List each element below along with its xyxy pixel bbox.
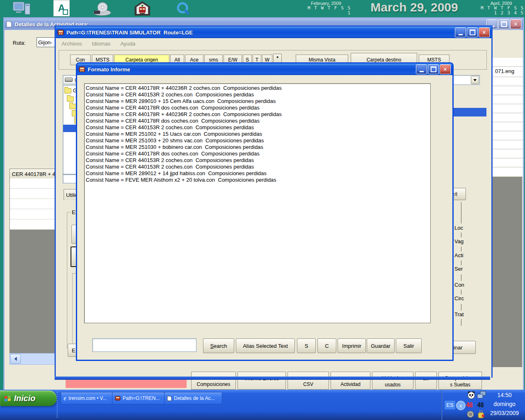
report-line[interactable]: Consist Name = MER 251030 + bobinero car…: [84, 144, 430, 151]
report-line[interactable]: Consist Name = MER 289010 + 15 Cem Alfa …: [84, 98, 430, 105]
search-input[interactable]: [92, 338, 196, 352]
table-row[interactable]: [492, 158, 523, 167]
search-rest: earch: [214, 343, 227, 349]
temperature-black[interactable]: 48: [477, 402, 484, 409]
tree-item[interactable]: G: [63, 87, 77, 94]
clock-date: 29/03/2009: [487, 410, 522, 416]
ruta-label: Ruta:: [13, 40, 25, 46]
salir-button[interactable]: Salir: [396, 338, 422, 353]
label-con: Con: [454, 282, 464, 288]
s-button[interactable]: S: [297, 338, 316, 353]
ie-icon: e: [64, 395, 66, 402]
calendar-feb-week: 1: [302, 11, 350, 16]
table-row[interactable]: [492, 95, 523, 104]
menu-idiomas[interactable]: Idiomas: [92, 41, 111, 47]
guardar-button[interactable]: Guardar: [367, 338, 395, 353]
power-tray-icon[interactable]: [477, 410, 485, 420]
train-home-icon[interactable]: [134, 1, 151, 17]
connector-line: [461, 304, 461, 310]
minimize-button[interactable]: [416, 64, 427, 74]
maximize-button[interactable]: [428, 64, 439, 74]
search-button[interactable]: Search: [203, 338, 234, 353]
table-row[interactable]: [492, 104, 523, 113]
scroll-left-button[interactable]: [10, 354, 21, 364]
table-row: 071.eng: [492, 67, 523, 77]
maximize-button[interactable]: [467, 27, 478, 37]
connector-line: [461, 274, 461, 281]
menu-ayuda[interactable]: Ayuda: [120, 41, 135, 47]
language-indicator[interactable]: ES: [445, 401, 455, 409]
imprimir-button[interactable]: Imprimir: [338, 338, 366, 353]
report-line[interactable]: Consist Name = MER 251002 + 15 Uacs car.…: [84, 131, 430, 137]
close-button[interactable]: ×: [510, 19, 521, 29]
c-button[interactable]: C: [317, 338, 336, 353]
taskbar-task-path[interactable]: Path=G:\TREN...: [112, 392, 164, 404]
combo-dropdown-button[interactable]: [471, 76, 479, 84]
report-line[interactable]: Consist Name = MER 289012 + 14 jjpd habi…: [84, 170, 430, 177]
dialog-titlebar: Formato Informe ×: [77, 64, 452, 75]
report-line[interactable]: Consist Name = CER 440153R 2 coches.con …: [84, 91, 430, 98]
dialog-title: Formato Informe: [88, 66, 130, 73]
maximize-button[interactable]: [498, 19, 509, 29]
table-row[interactable]: [492, 140, 523, 149]
table-row[interactable]: [492, 167, 523, 176]
taskbar-task-detalles[interactable]: Detalles de la Ac...: [164, 392, 222, 404]
document-icon: [167, 396, 172, 401]
tab-star[interactable]: *: [273, 54, 282, 63]
dvd-drive-icon[interactable]: [92, 1, 112, 17]
report-line[interactable]: Consist Name = CER 440178R dos coches.co…: [84, 151, 430, 157]
report-line[interactable]: Consist Name = CER 440153R 2 coches.con …: [84, 157, 430, 164]
panda-tray-icon[interactable]: [467, 390, 476, 401]
report-line[interactable]: Consist Name = CER 440178R + 440236R 2 c…: [84, 85, 430, 91]
report-line[interactable]: Consist Name = CER 440153R 2 coches.con …: [84, 164, 430, 170]
report-line[interactable]: Consist Name = CER 440178R dos coches.co…: [84, 118, 430, 124]
train-icon: [57, 29, 64, 36]
alias-selected-text-button[interactable]: Alias Selected Text: [236, 338, 295, 353]
task-label: Detalles de la Ac...: [174, 395, 215, 401]
path-title: Path=G:\TRENES\TRAIN SIMULATOR Route=LGE: [66, 30, 193, 36]
table-row[interactable]: [492, 131, 523, 140]
table-row[interactable]: [492, 86, 523, 95]
report-line[interactable]: Consist Name = CER 440178R + 440236R 2 c…: [84, 111, 430, 118]
connector-line: [461, 233, 461, 237]
folder-icon: [69, 104, 76, 109]
table-row[interactable]: [492, 77, 523, 86]
document-icon: [6, 21, 12, 27]
folder-icon: [64, 88, 71, 94]
clock-time: 14:50: [487, 392, 522, 398]
formato-informe-dialog: Formato Informe × Consist Name = CER 440…: [76, 62, 454, 361]
file-cell[interactable]: 071.eng: [495, 68, 514, 74]
table-row[interactable]: [492, 113, 523, 122]
temperature-red[interactable]: 48: [466, 402, 472, 409]
report-line[interactable]: Consist Name = MER 251003 + 20 shms vac.…: [84, 137, 430, 144]
folder-icon: [67, 96, 74, 102]
connector-line: [461, 202, 461, 224]
table-row[interactable]: [492, 149, 523, 158]
report-listbox[interactable]: Consist Name = CER 440178R + 440236R 2 c…: [84, 83, 431, 323]
task-label: Path=G:\TREN...: [123, 395, 160, 401]
start-button[interactable]: Inicio: [0, 390, 57, 406]
close-button[interactable]: ×: [440, 64, 451, 74]
label-ser: Ser: [454, 266, 463, 272]
report-line[interactable]: Consist Name = CER 440178R dos coches.co…: [84, 105, 430, 111]
my-computer-icon[interactable]: [12, 1, 31, 18]
connector-line: [461, 260, 461, 265]
close-button[interactable]: ×: [479, 27, 490, 37]
minimize-button[interactable]: [455, 27, 466, 37]
quicktime-icon[interactable]: [176, 1, 190, 17]
table-row[interactable]: [492, 58, 523, 67]
report-line[interactable]: Consist Name = FEVE MER Alsthom x2 + 20 …: [84, 177, 430, 183]
network-tray-icon[interactable]: [477, 390, 486, 401]
menu-archivos[interactable]: Archivos: [62, 41, 82, 47]
connector-line: [461, 290, 461, 294]
calendar-feb-days: M T W T F S S: [302, 6, 350, 11]
autocad-icon[interactable]: A: [53, 0, 70, 16]
hide-icons-chevron[interactable]: ‹: [456, 401, 466, 410]
report-line[interactable]: Consist Name = CER 440153R 2 coches.con …: [84, 124, 430, 131]
train-icon: [79, 66, 85, 73]
volume-tray-icon[interactable]: [467, 411, 475, 420]
start-label: Inicio: [14, 394, 35, 403]
table-row[interactable]: [492, 122, 523, 131]
wallpaper-calendar-february: February, 2009 M T W T F S S 1: [302, 1, 350, 16]
taskbar-task-trensim[interactable]: e trensim.com • V...: [61, 392, 115, 404]
